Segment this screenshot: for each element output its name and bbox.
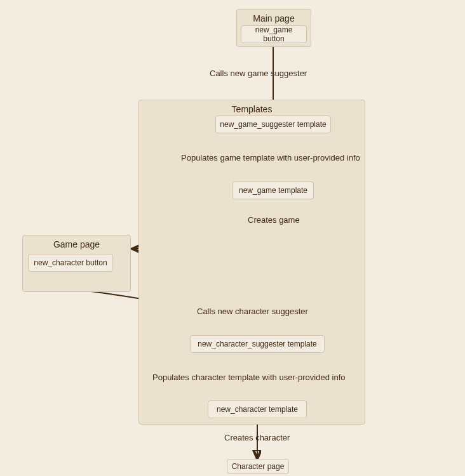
node-new-game-button-label: new_game button xyxy=(245,25,302,43)
label-creates-game: Creates game xyxy=(248,215,300,225)
diagram-canvas: Main page new_game button Templates Game… xyxy=(0,0,465,476)
node-new-character-button: new_character button xyxy=(28,254,113,272)
node-new-game-template-label: new_game template xyxy=(239,186,307,195)
node-new-character-suggester-template-label: new_character_suggester template xyxy=(198,340,316,348)
node-character-page: Character page xyxy=(227,459,289,474)
label-creates-character: Creates character xyxy=(224,433,290,442)
label-populates-game-template: Populates game template with user-provid… xyxy=(181,153,360,162)
group-main-page-title: Main page xyxy=(237,10,311,23)
node-character-page-label: Character page xyxy=(232,462,285,471)
label-calls-new-character-suggester: Calls new character suggester xyxy=(197,307,308,316)
node-new-character-suggester-template: new_character_suggester template xyxy=(190,335,325,353)
node-new-game-suggester-template-label: new_game_suggester template xyxy=(220,120,326,129)
label-calls-new-game-suggester: Calls new game suggester xyxy=(210,69,307,78)
node-new-game-button: new_game button xyxy=(241,25,307,43)
group-templates-title: Templates xyxy=(139,100,365,114)
node-new-character-button-label: new_character button xyxy=(34,258,107,267)
group-game-page-title: Game page xyxy=(23,235,130,249)
node-new-game-suggester-template: new_game_suggester template xyxy=(215,116,331,133)
node-new-character-template: new_character template xyxy=(208,400,307,418)
label-populates-character-template: Populates character template with user-p… xyxy=(152,373,346,382)
node-new-character-template-label: new_character template xyxy=(217,405,298,414)
node-new-game-template: new_game template xyxy=(232,182,314,199)
